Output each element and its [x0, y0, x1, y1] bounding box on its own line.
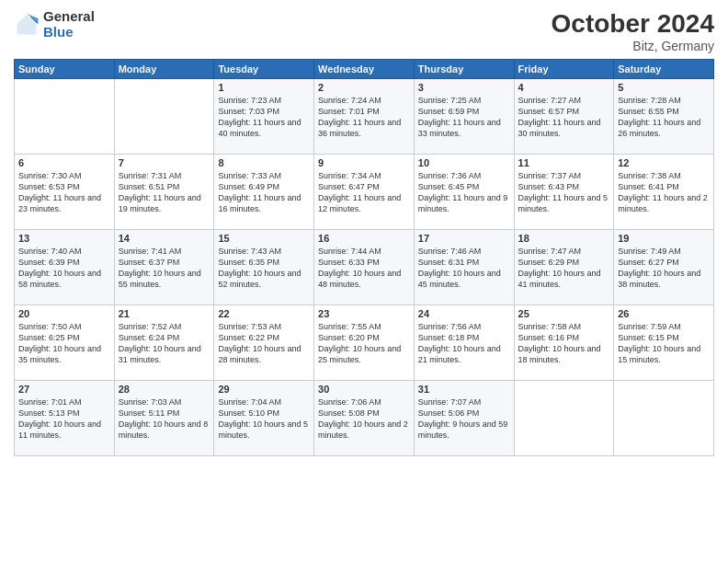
- cell-3-3: 23Sunrise: 7:55 AM Sunset: 6:20 PM Dayli…: [314, 305, 415, 381]
- day-number: 25: [518, 308, 610, 319]
- day-number: 15: [218, 233, 310, 244]
- cell-content: Sunrise: 7:49 AM Sunset: 6:27 PM Dayligh…: [618, 246, 710, 291]
- cell-content: Sunrise: 7:30 AM Sunset: 6:53 PM Dayligh…: [18, 170, 110, 215]
- week-row-3: 20Sunrise: 7:50 AM Sunset: 6:25 PM Dayli…: [15, 305, 714, 381]
- logo: General Blue: [14, 9, 95, 40]
- col-monday: Monday: [114, 60, 214, 79]
- day-number: 21: [119, 308, 210, 319]
- cell-4-2: 29Sunrise: 7:04 AM Sunset: 5:10 PM Dayli…: [214, 381, 314, 456]
- col-sunday: Sunday: [15, 60, 115, 79]
- header-row: Sunday Monday Tuesday Wednesday Thursday…: [15, 60, 714, 79]
- cell-content: Sunrise: 7:56 AM Sunset: 6:18 PM Dayligh…: [418, 321, 510, 366]
- cell-2-3: 16Sunrise: 7:44 AM Sunset: 6:33 PM Dayli…: [314, 230, 415, 305]
- location: Bitz, Germany: [552, 39, 714, 53]
- page: General Blue October 2024 Bitz, Germany …: [0, 0, 728, 563]
- cell-2-1: 14Sunrise: 7:41 AM Sunset: 6:37 PM Dayli…: [114, 230, 214, 305]
- cell-content: Sunrise: 7:59 AM Sunset: 6:15 PM Dayligh…: [618, 321, 710, 366]
- day-number: 12: [618, 157, 710, 168]
- cell-1-6: 12Sunrise: 7:38 AM Sunset: 6:41 PM Dayli…: [614, 155, 714, 230]
- cell-4-4: 31Sunrise: 7:07 AM Sunset: 5:06 PM Dayli…: [414, 381, 514, 456]
- day-number: 6: [18, 157, 110, 168]
- cell-0-6: 5Sunrise: 7:28 AM Sunset: 6:55 PM Daylig…: [614, 79, 714, 155]
- cell-0-1: [114, 79, 214, 155]
- cell-3-5: 25Sunrise: 7:58 AM Sunset: 6:16 PM Dayli…: [514, 305, 614, 381]
- logo-text: General Blue: [43, 9, 95, 40]
- cell-3-6: 26Sunrise: 7:59 AM Sunset: 6:15 PM Dayli…: [614, 305, 714, 381]
- cell-1-3: 9Sunrise: 7:34 AM Sunset: 6:47 PM Daylig…: [314, 155, 415, 230]
- cell-content: Sunrise: 7:27 AM Sunset: 6:57 PM Dayligh…: [518, 95, 610, 140]
- day-number: 9: [318, 157, 410, 168]
- day-number: 26: [618, 308, 710, 319]
- logo-blue-text: Blue: [43, 25, 95, 40]
- logo-general-text: General: [43, 9, 95, 25]
- cell-2-5: 18Sunrise: 7:47 AM Sunset: 6:29 PM Dayli…: [514, 230, 614, 305]
- calendar-table: Sunday Monday Tuesday Wednesday Thursday…: [14, 59, 714, 456]
- cell-3-0: 20Sunrise: 7:50 AM Sunset: 6:25 PM Dayli…: [15, 305, 115, 381]
- title-block: October 2024 Bitz, Germany: [552, 9, 714, 53]
- day-number: 28: [119, 384, 210, 395]
- day-number: 18: [518, 233, 610, 244]
- cell-1-0: 6Sunrise: 7:30 AM Sunset: 6:53 PM Daylig…: [15, 155, 115, 230]
- col-saturday: Saturday: [614, 60, 714, 79]
- day-number: 24: [418, 308, 510, 319]
- day-number: 23: [318, 308, 410, 319]
- logo-icon: [14, 12, 40, 38]
- cell-1-1: 7Sunrise: 7:31 AM Sunset: 6:51 PM Daylig…: [114, 155, 214, 230]
- cell-4-5: [514, 381, 614, 456]
- day-number: 19: [618, 233, 710, 244]
- cell-content: Sunrise: 7:46 AM Sunset: 6:31 PM Dayligh…: [418, 246, 510, 291]
- cell-4-1: 28Sunrise: 7:03 AM Sunset: 5:11 PM Dayli…: [114, 381, 214, 456]
- cell-0-3: 2Sunrise: 7:24 AM Sunset: 7:01 PM Daylig…: [314, 79, 415, 155]
- cell-content: Sunrise: 7:06 AM Sunset: 5:08 PM Dayligh…: [318, 396, 410, 442]
- cell-content: Sunrise: 7:58 AM Sunset: 6:16 PM Dayligh…: [518, 321, 610, 366]
- month-title: October 2024: [552, 9, 714, 39]
- cell-content: Sunrise: 7:36 AM Sunset: 6:45 PM Dayligh…: [418, 170, 510, 215]
- cell-content: Sunrise: 7:41 AM Sunset: 6:37 PM Dayligh…: [119, 246, 210, 291]
- cell-content: Sunrise: 7:44 AM Sunset: 6:33 PM Dayligh…: [318, 246, 410, 291]
- day-number: 30: [318, 384, 410, 395]
- cell-content: Sunrise: 7:23 AM Sunset: 7:03 PM Dayligh…: [218, 95, 310, 140]
- day-number: 16: [318, 233, 410, 244]
- cell-content: Sunrise: 7:31 AM Sunset: 6:51 PM Dayligh…: [119, 170, 210, 215]
- cell-content: Sunrise: 7:04 AM Sunset: 5:10 PM Dayligh…: [218, 396, 310, 442]
- cell-0-0: [15, 79, 115, 155]
- col-tuesday: Tuesday: [214, 60, 314, 79]
- day-number: 22: [218, 308, 310, 319]
- header: General Blue October 2024 Bitz, Germany: [14, 9, 714, 53]
- cell-content: Sunrise: 7:34 AM Sunset: 6:47 PM Dayligh…: [318, 170, 410, 215]
- cell-2-0: 13Sunrise: 7:40 AM Sunset: 6:39 PM Dayli…: [15, 230, 115, 305]
- cell-content: Sunrise: 7:43 AM Sunset: 6:35 PM Dayligh…: [218, 246, 310, 291]
- cell-3-2: 22Sunrise: 7:53 AM Sunset: 6:22 PM Dayli…: [214, 305, 314, 381]
- cell-4-3: 30Sunrise: 7:06 AM Sunset: 5:08 PM Dayli…: [314, 381, 415, 456]
- col-wednesday: Wednesday: [314, 60, 415, 79]
- cell-content: Sunrise: 7:52 AM Sunset: 6:24 PM Dayligh…: [119, 321, 210, 366]
- day-number: 4: [518, 82, 610, 93]
- day-number: 11: [518, 157, 610, 168]
- cell-content: Sunrise: 7:25 AM Sunset: 6:59 PM Dayligh…: [418, 95, 510, 140]
- cell-content: Sunrise: 7:33 AM Sunset: 6:49 PM Dayligh…: [218, 170, 310, 215]
- cell-content: Sunrise: 7:28 AM Sunset: 6:55 PM Dayligh…: [618, 95, 710, 140]
- cell-2-2: 15Sunrise: 7:43 AM Sunset: 6:35 PM Dayli…: [214, 230, 314, 305]
- cell-0-4: 3Sunrise: 7:25 AM Sunset: 6:59 PM Daylig…: [414, 79, 514, 155]
- cell-2-6: 19Sunrise: 7:49 AM Sunset: 6:27 PM Dayli…: [614, 230, 714, 305]
- day-number: 2: [318, 82, 410, 93]
- cell-1-2: 8Sunrise: 7:33 AM Sunset: 6:49 PM Daylig…: [214, 155, 314, 230]
- day-number: 17: [418, 233, 510, 244]
- cell-content: Sunrise: 7:24 AM Sunset: 7:01 PM Dayligh…: [318, 95, 410, 140]
- day-number: 3: [418, 82, 510, 93]
- cell-3-1: 21Sunrise: 7:52 AM Sunset: 6:24 PM Dayli…: [114, 305, 214, 381]
- week-row-4: 27Sunrise: 7:01 AM Sunset: 5:13 PM Dayli…: [15, 381, 714, 456]
- cell-content: Sunrise: 7:53 AM Sunset: 6:22 PM Dayligh…: [218, 321, 310, 366]
- day-number: 31: [418, 384, 510, 395]
- day-number: 20: [18, 308, 110, 319]
- cell-4-0: 27Sunrise: 7:01 AM Sunset: 5:13 PM Dayli…: [15, 381, 115, 456]
- cell-0-5: 4Sunrise: 7:27 AM Sunset: 6:57 PM Daylig…: [514, 79, 614, 155]
- day-number: 5: [618, 82, 710, 93]
- cell-content: Sunrise: 7:50 AM Sunset: 6:25 PM Dayligh…: [18, 321, 110, 366]
- day-number: 29: [218, 384, 310, 395]
- cell-content: Sunrise: 7:55 AM Sunset: 6:20 PM Dayligh…: [318, 321, 410, 366]
- cell-content: Sunrise: 7:47 AM Sunset: 6:29 PM Dayligh…: [518, 246, 610, 291]
- week-row-0: 1Sunrise: 7:23 AM Sunset: 7:03 PM Daylig…: [15, 79, 714, 155]
- week-row-1: 6Sunrise: 7:30 AM Sunset: 6:53 PM Daylig…: [15, 155, 714, 230]
- cell-content: Sunrise: 7:37 AM Sunset: 6:43 PM Dayligh…: [518, 170, 610, 215]
